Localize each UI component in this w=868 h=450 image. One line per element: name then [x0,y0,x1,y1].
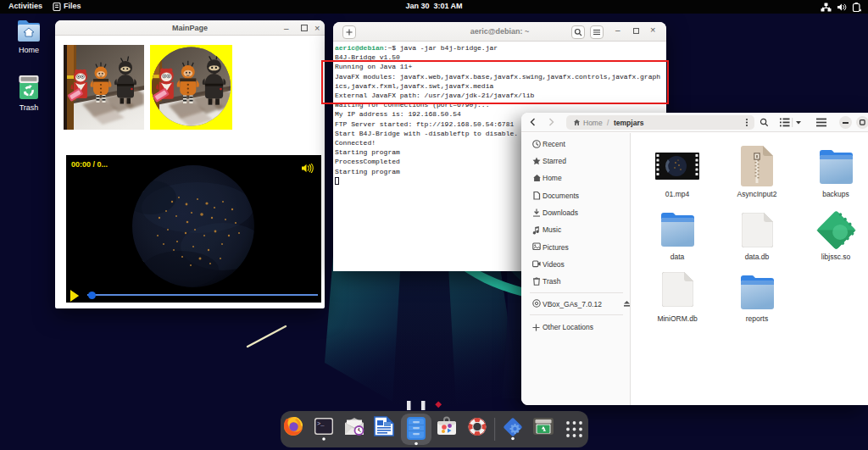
svg-text:>_: >_ [317,420,325,427]
